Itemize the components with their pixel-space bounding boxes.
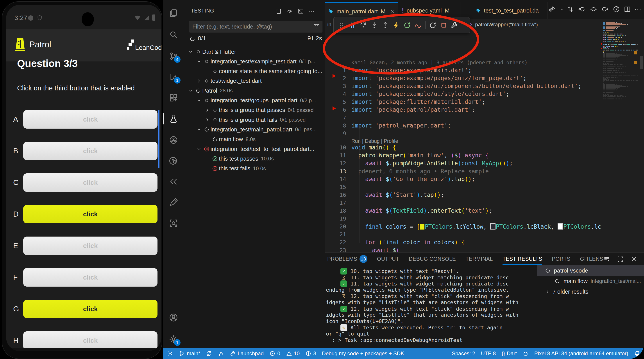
result-item[interactable]: 7 older results [537,286,644,297]
status-3[interactable]: 3 [305,350,316,356]
breadcrumb-symbol[interactable]: patrolWrapper("main flow") [475,22,538,28]
editor-scrollbar[interactable] [640,56,643,69]
status-debug[interactable]: Debug my code + packages + SDK [322,350,404,356]
pause-button[interactable] [347,20,357,30]
chevron-icon[interactable] [204,107,211,113]
run-test-icon[interactable] [548,5,556,14]
close-panel-icon[interactable] [630,255,638,263]
status-sync[interactable] [206,350,212,356]
chevron-icon[interactable] [187,49,194,55]
code-line[interactable]: 7 [325,114,601,122]
maximize-panel-icon[interactable] [616,255,624,263]
code-line[interactable]: 3import 'package:example/ui/components/b… [325,83,601,90]
split-editor-icon[interactable] [623,5,632,14]
test-tree-item[interactable]: main flow8.0s [184,135,344,144]
chevron-icon[interactable] [187,88,194,94]
close-icon[interactable] [389,8,395,15]
gitlens-icon[interactable] [168,176,179,187]
panel-tab-ports[interactable]: PORTS [552,253,570,265]
answer-button-b[interactable]: click [23,142,158,160]
run-dropdown-icon[interactable] [558,5,566,14]
status-android[interactable] [522,350,528,356]
chevron-icon[interactable] [195,98,203,103]
grip-button[interactable] [336,20,346,30]
test-tree-item[interactable]: this is a group that fails0/1 passed [184,115,344,125]
tab-pubspec.yaml[interactable]: !pubspec.yamlM [398,2,460,19]
code-line[interactable]: 4import 'package:example/ui/style/colors… [325,90,601,98]
account-icon[interactable] [168,312,179,323]
flutter-scrollbar[interactable] [158,110,160,168]
status-remote[interactable] [167,350,173,356]
code-line[interactable]: 14 await $('Go to the quiz').tap(); [325,176,601,183]
code-line[interactable]: 13 pdenert, 6 months ago • Replace sampl… [325,168,601,176]
answer-button-g[interactable]: click [23,300,158,318]
answer-button-d[interactable]: click [23,205,158,223]
answer-button-c[interactable]: click [23,173,158,192]
result-item[interactable]: main flowintegration_test/mai... [537,276,644,286]
draw-icon[interactable] [168,197,179,208]
test-tree-item[interactable]: integration_test/test_to_test_patrol.dar… [184,144,336,154]
breadcrumb-prefix[interactable]: in [327,22,332,28]
extensions-icon[interactable] [168,93,179,103]
refresh-button[interactable] [428,20,438,30]
code-line[interactable]: 9 [325,130,601,138]
status-main[interactable]: main* [179,350,200,356]
editor-more-icon[interactable] [634,5,642,14]
codelens-run-debug-profile[interactable]: Run | Debug | Profile [352,138,398,144]
test-tree-item[interactable]: this test fails10.0s [184,164,344,173]
status-pixel[interactable]: Pixel 8 API 34 (android-arm64 emulator) [534,350,628,356]
code-area[interactable]: Kamil Gacan, 2 months ago | 3 authors (p… [325,30,601,252]
source-control-icon[interactable]: 4 [168,51,179,62]
restart-green-button[interactable] [402,20,412,30]
compare-icon[interactable] [566,5,575,14]
hot-restart-button[interactable] [413,20,423,30]
run-debug-alt-icon[interactable] [612,5,621,14]
test-tree-item[interactable]: integration_test/example_test.dart0/1 p.… [184,57,336,66]
panel-tab-test-results[interactable]: TEST RESULTS [502,253,542,265]
code-line[interactable]: 5import 'package:flutter/material.dart'; [325,98,601,106]
answer-button-h[interactable]: click [23,331,158,350]
test-tree-item[interactable]: integration_test/main_patrol.dart0/1 pas… [184,125,336,134]
nav-circle-icon[interactable] [589,5,598,14]
code-line[interactable]: 20 final colors = [PTColors.lcYellow, PT… [325,223,601,231]
panel-tab-debug-console[interactable]: DEBUG CONSOLE [409,253,456,265]
step-into-button[interactable] [369,20,379,30]
status-graph[interactable] [218,350,224,356]
chevron-icon[interactable] [195,146,203,152]
minimap[interactable] [601,21,638,252]
status-spaces[interactable]: Spaces: 2 [452,350,475,356]
settings-icon[interactable]: 1 [168,334,179,344]
answer-button-f[interactable]: click [23,268,158,287]
code-line[interactable]: 17 [325,199,601,207]
chevron-icon[interactable] [195,78,203,84]
tools-button[interactable] [450,20,460,30]
tab-test_to_test_patrol.da[interactable]: test_to_test_patrol.da [472,2,548,19]
panel-tab-output[interactable]: OUTPUT [377,253,399,265]
code-line[interactable]: 15 [325,183,601,191]
code-line[interactable]: 10void main() { [325,144,601,152]
flutter-devtools-icon[interactable] [168,135,179,145]
answer-button-a[interactable]: click [23,110,158,129]
code-line[interactable]: 23 await $( [325,247,601,252]
code-line[interactable]: 18 await $(TextField).enterText('text'); [325,207,601,215]
test-tree-item[interactable]: test/widget_test.dart [184,76,336,86]
test-tree-item[interactable]: counter state is the same after going to… [184,67,344,76]
hot-reload-button[interactable] [391,20,401,30]
chevron-icon[interactable] [195,59,203,64]
status-utf8[interactable]: UTF-8 [481,350,496,356]
code-line[interactable]: 12 await $.pumpWidgetAndSettle(const MyA… [325,160,601,168]
panel-tab-problems[interactable]: PROBLEMS13 [327,253,368,265]
clear-output-icon[interactable] [603,255,611,263]
status-0[interactable]: 0 [269,350,280,356]
test-tree-item[interactable]: this is a group that passes0/1 passed [184,105,344,115]
result-item[interactable]: patrol-vscode [537,265,644,276]
code-line[interactable]: 11 patrolWrapper('main flow', ($) async … [325,152,601,160]
panel-tab-terminal[interactable]: TERMINAL [466,253,493,265]
status-10[interactable]: 10 [286,350,300,356]
step-out-button[interactable] [380,20,390,30]
stop-button[interactable] [439,20,449,30]
code-line[interactable]: 1import 'package:example/main.dart'; [325,67,601,75]
nav-forward-icon[interactable] [600,5,609,14]
explorer-icon[interactable] [168,8,179,19]
test-tree-item[interactable]: Patrol28.0s [184,86,328,96]
